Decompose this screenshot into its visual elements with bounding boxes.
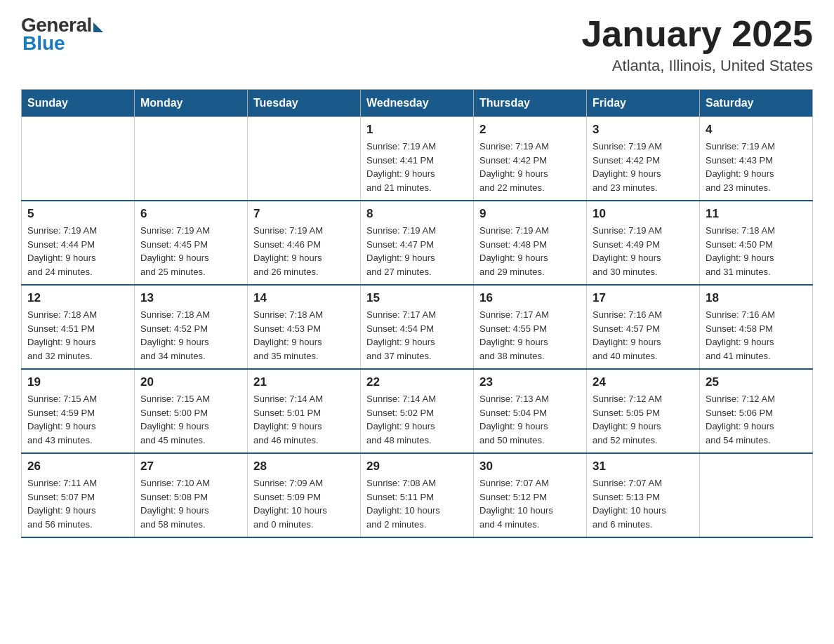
day-number: 15 xyxy=(366,291,468,305)
calendar-week-3: 12Sunrise: 7:18 AMSunset: 4:51 PMDayligh… xyxy=(22,285,813,369)
calendar-cell: 21Sunrise: 7:14 AMSunset: 5:01 PMDayligh… xyxy=(248,369,361,453)
day-info: Sunrise: 7:19 AMSunset: 4:41 PMDaylight:… xyxy=(366,140,468,194)
calendar-cell: 6Sunrise: 7:19 AMSunset: 4:45 PMDaylight… xyxy=(135,201,248,285)
day-number: 22 xyxy=(366,375,468,389)
calendar-cell: 16Sunrise: 7:17 AMSunset: 4:55 PMDayligh… xyxy=(474,285,587,369)
day-info: Sunrise: 7:18 AMSunset: 4:50 PMDaylight:… xyxy=(706,224,807,279)
day-number: 19 xyxy=(27,375,128,389)
logo-blue-text: Blue xyxy=(22,32,65,55)
day-number: 27 xyxy=(140,459,241,474)
day-number: 2 xyxy=(479,123,581,137)
day-header-wednesday: Wednesday xyxy=(361,90,474,117)
day-number: 21 xyxy=(253,375,355,389)
day-info: Sunrise: 7:18 AMSunset: 4:52 PMDaylight:… xyxy=(140,308,241,363)
days-header-row: SundayMondayTuesdayWednesdayThursdayFrid… xyxy=(22,90,813,117)
calendar-cell: 11Sunrise: 7:18 AMSunset: 4:50 PMDayligh… xyxy=(700,201,813,285)
calendar-cell: 3Sunrise: 7:19 AMSunset: 4:42 PMDaylight… xyxy=(587,117,700,201)
day-number: 24 xyxy=(593,375,694,389)
day-info: Sunrise: 7:17 AMSunset: 4:54 PMDaylight:… xyxy=(366,308,468,363)
day-info: Sunrise: 7:12 AMSunset: 5:06 PMDaylight:… xyxy=(706,392,807,447)
calendar-cell: 13Sunrise: 7:18 AMSunset: 4:52 PMDayligh… xyxy=(135,285,248,369)
calendar-cell: 25Sunrise: 7:12 AMSunset: 5:06 PMDayligh… xyxy=(700,369,813,453)
day-header-friday: Friday xyxy=(587,90,700,117)
calendar-cell: 10Sunrise: 7:19 AMSunset: 4:49 PMDayligh… xyxy=(587,201,700,285)
calendar-cell: 7Sunrise: 7:19 AMSunset: 4:46 PMDaylight… xyxy=(248,201,361,285)
day-number: 25 xyxy=(706,375,807,389)
day-number: 17 xyxy=(593,291,694,305)
page-header: General Blue January 2025 Atlanta, Illin… xyxy=(21,14,813,75)
day-header-saturday: Saturday xyxy=(700,90,813,117)
day-info: Sunrise: 7:19 AMSunset: 4:42 PMDaylight:… xyxy=(479,140,581,194)
calendar-cell: 24Sunrise: 7:12 AMSunset: 5:05 PMDayligh… xyxy=(587,369,700,453)
day-info: Sunrise: 7:19 AMSunset: 4:42 PMDaylight:… xyxy=(593,140,694,194)
day-header-monday: Monday xyxy=(135,90,248,117)
day-number: 1 xyxy=(366,123,468,137)
day-info: Sunrise: 7:19 AMSunset: 4:48 PMDaylight:… xyxy=(479,224,581,279)
day-number: 10 xyxy=(593,207,694,221)
day-number: 16 xyxy=(479,291,581,305)
day-number: 28 xyxy=(253,459,355,474)
calendar-cell: 30Sunrise: 7:07 AMSunset: 5:12 PMDayligh… xyxy=(474,453,587,537)
calendar-cell: 15Sunrise: 7:17 AMSunset: 4:54 PMDayligh… xyxy=(361,285,474,369)
calendar-cell: 20Sunrise: 7:15 AMSunset: 5:00 PMDayligh… xyxy=(135,369,248,453)
title-section: January 2025 Atlanta, Illinois, United S… xyxy=(581,14,813,75)
day-number: 12 xyxy=(27,291,128,305)
day-header-sunday: Sunday xyxy=(22,90,135,117)
day-number: 23 xyxy=(479,375,581,389)
calendar-cell: 12Sunrise: 7:18 AMSunset: 4:51 PMDayligh… xyxy=(22,285,135,369)
day-info: Sunrise: 7:19 AMSunset: 4:47 PMDaylight:… xyxy=(366,224,468,279)
calendar-cell: 8Sunrise: 7:19 AMSunset: 4:47 PMDaylight… xyxy=(361,201,474,285)
day-info: Sunrise: 7:18 AMSunset: 4:53 PMDaylight:… xyxy=(253,308,355,363)
day-number: 13 xyxy=(140,291,241,305)
calendar-cell: 5Sunrise: 7:19 AMSunset: 4:44 PMDaylight… xyxy=(22,201,135,285)
logo-arrow-icon xyxy=(93,22,103,32)
day-header-thursday: Thursday xyxy=(474,90,587,117)
calendar-cell: 27Sunrise: 7:10 AMSunset: 5:08 PMDayligh… xyxy=(135,453,248,537)
day-info: Sunrise: 7:13 AMSunset: 5:04 PMDaylight:… xyxy=(479,392,581,447)
day-info: Sunrise: 7:19 AMSunset: 4:46 PMDaylight:… xyxy=(253,224,355,279)
logo: General Blue xyxy=(21,14,103,55)
day-info: Sunrise: 7:07 AMSunset: 5:13 PMDaylight:… xyxy=(593,476,694,531)
calendar-week-1: 1Sunrise: 7:19 AMSunset: 4:41 PMDaylight… xyxy=(22,117,813,201)
day-info: Sunrise: 7:16 AMSunset: 4:57 PMDaylight:… xyxy=(593,308,694,363)
calendar-cell: 14Sunrise: 7:18 AMSunset: 4:53 PMDayligh… xyxy=(248,285,361,369)
calendar-cell xyxy=(700,453,813,537)
day-info: Sunrise: 7:19 AMSunset: 4:44 PMDaylight:… xyxy=(27,224,128,279)
calendar-week-2: 5Sunrise: 7:19 AMSunset: 4:44 PMDaylight… xyxy=(22,201,813,285)
day-info: Sunrise: 7:16 AMSunset: 4:58 PMDaylight:… xyxy=(706,308,807,363)
calendar-cell: 9Sunrise: 7:19 AMSunset: 4:48 PMDaylight… xyxy=(474,201,587,285)
day-info: Sunrise: 7:14 AMSunset: 5:02 PMDaylight:… xyxy=(366,392,468,447)
calendar-cell xyxy=(22,117,135,201)
calendar-cell: 2Sunrise: 7:19 AMSunset: 4:42 PMDaylight… xyxy=(474,117,587,201)
calendar-cell: 18Sunrise: 7:16 AMSunset: 4:58 PMDayligh… xyxy=(700,285,813,369)
calendar-subtitle: Atlanta, Illinois, United States xyxy=(581,57,813,75)
day-number: 14 xyxy=(253,291,355,305)
day-info: Sunrise: 7:19 AMSunset: 4:45 PMDaylight:… xyxy=(140,224,241,279)
calendar-cell: 4Sunrise: 7:19 AMSunset: 4:43 PMDaylight… xyxy=(700,117,813,201)
day-number: 30 xyxy=(479,459,581,474)
calendar-title: January 2025 xyxy=(581,14,813,54)
calendar-cell: 1Sunrise: 7:19 AMSunset: 4:41 PMDaylight… xyxy=(361,117,474,201)
day-header-tuesday: Tuesday xyxy=(248,90,361,117)
calendar-cell xyxy=(248,117,361,201)
day-number: 11 xyxy=(706,207,807,221)
day-info: Sunrise: 7:14 AMSunset: 5:01 PMDaylight:… xyxy=(253,392,355,447)
day-info: Sunrise: 7:19 AMSunset: 4:49 PMDaylight:… xyxy=(593,224,694,279)
day-info: Sunrise: 7:19 AMSunset: 4:43 PMDaylight:… xyxy=(706,140,807,194)
day-number: 4 xyxy=(706,123,807,137)
day-info: Sunrise: 7:10 AMSunset: 5:08 PMDaylight:… xyxy=(140,476,241,531)
calendar-cell: 19Sunrise: 7:15 AMSunset: 4:59 PMDayligh… xyxy=(22,369,135,453)
day-info: Sunrise: 7:11 AMSunset: 5:07 PMDaylight:… xyxy=(27,476,128,531)
day-info: Sunrise: 7:07 AMSunset: 5:12 PMDaylight:… xyxy=(479,476,581,531)
day-number: 5 xyxy=(27,207,128,221)
calendar-cell: 31Sunrise: 7:07 AMSunset: 5:13 PMDayligh… xyxy=(587,453,700,537)
day-number: 9 xyxy=(479,207,581,221)
day-number: 26 xyxy=(27,459,128,474)
day-number: 20 xyxy=(140,375,241,389)
day-info: Sunrise: 7:18 AMSunset: 4:51 PMDaylight:… xyxy=(27,308,128,363)
calendar-cell xyxy=(135,117,248,201)
calendar-week-4: 19Sunrise: 7:15 AMSunset: 4:59 PMDayligh… xyxy=(22,369,813,453)
day-number: 8 xyxy=(366,207,468,221)
day-info: Sunrise: 7:09 AMSunset: 5:09 PMDaylight:… xyxy=(253,476,355,531)
day-number: 18 xyxy=(706,291,807,305)
